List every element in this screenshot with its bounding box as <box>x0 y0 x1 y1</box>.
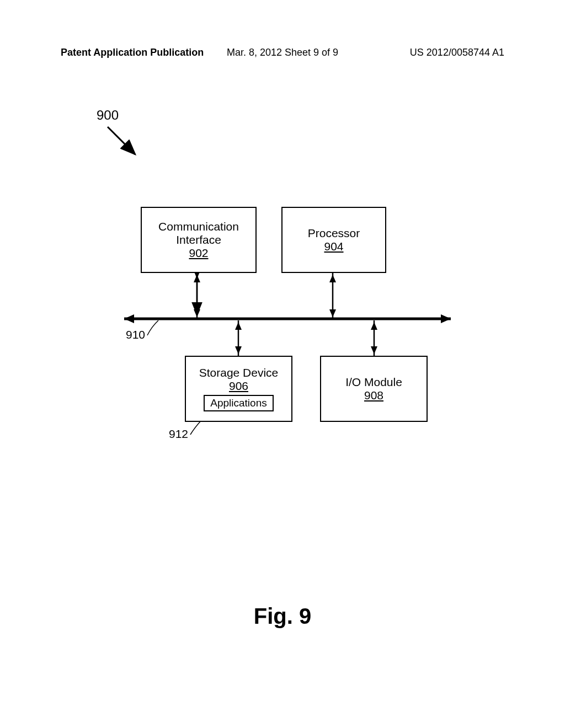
ref-910: 910 <box>126 328 145 341</box>
svg-marker-3 <box>124 314 134 323</box>
svg-marker-16 <box>371 322 377 330</box>
svg-marker-11 <box>329 309 336 317</box>
diagram-lines <box>0 99 565 485</box>
svg-marker-14 <box>235 346 242 354</box>
header-center: Mar. 8, 2012 Sheet 9 of 9 <box>227 47 338 58</box>
diagram: 900 <box>0 99 565 485</box>
io-ref: 908 <box>364 389 383 402</box>
box-processor: Processor 904 <box>281 207 386 273</box>
comm-label-1: Communication <box>158 220 239 233</box>
header-left: Patent Application Publication <box>61 47 204 58</box>
svg-marker-17 <box>371 346 377 354</box>
box-storage-device: Storage Device 906 Applications <box>185 356 292 422</box>
page-header: Patent Application Publication Mar. 8, 2… <box>0 47 565 58</box>
svg-marker-13 <box>235 322 242 330</box>
svg-marker-8 <box>194 309 200 317</box>
storage-ref: 906 <box>229 379 248 393</box>
svg-marker-7 <box>194 275 200 282</box>
comm-label-2: Interface <box>176 233 221 247</box>
svg-marker-4 <box>441 314 451 323</box>
box-io-module: I/O Module 908 <box>320 356 428 422</box>
comm-ref: 902 <box>189 247 208 260</box>
box-communication-interface: Communication Interface 902 <box>141 207 257 273</box>
header-right: US 2012/0058744 A1 <box>410 47 504 58</box>
proc-ref: 904 <box>324 240 343 253</box>
applications-box: Applications <box>204 395 273 411</box>
storage-label: Storage Device <box>199 366 279 379</box>
ref-912: 912 <box>169 427 188 441</box>
io-label: I/O Module <box>345 376 402 389</box>
proc-label: Processor <box>308 227 360 240</box>
figure-label: Fig. 9 <box>254 604 311 629</box>
svg-marker-10 <box>329 275 336 282</box>
